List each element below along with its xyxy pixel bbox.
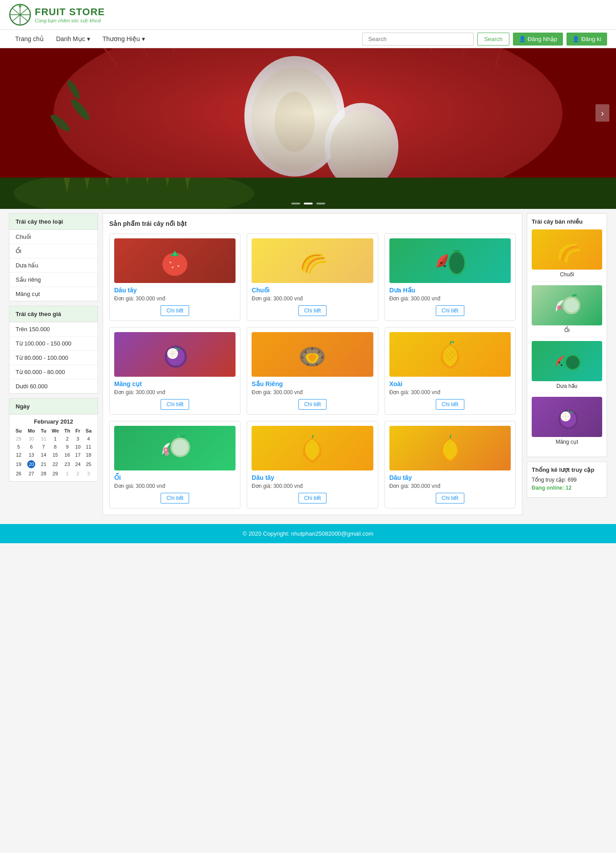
svg-point-59	[440, 262, 442, 264]
price-item-1[interactable]: Trên 150.000	[9, 322, 98, 337]
cal-day[interactable]: 3	[83, 470, 94, 478]
product-detail-btn-0[interactable]: Chi tiết	[161, 305, 189, 316]
cal-day[interactable]: 6	[25, 443, 38, 451]
svg-line-89	[312, 435, 313, 438]
carousel-dot-2[interactable]	[304, 203, 313, 204]
register-button[interactable]: 👤 Đăng kí	[566, 33, 607, 46]
cal-day[interactable]: 5	[13, 443, 25, 451]
price-item-2[interactable]: Từ 100.000 - 150.000	[9, 337, 98, 351]
carousel-next-button[interactable]: ›	[595, 104, 609, 122]
nav-search-area: Search 👤 Đăng Nhập 👤 Đăng kí	[362, 33, 607, 46]
cal-day[interactable]: 1	[62, 470, 73, 478]
cal-day[interactable]: 22	[49, 459, 62, 470]
cal-day[interactable]: 29	[13, 435, 25, 443]
cal-header-fr: Fr	[73, 427, 83, 435]
svg-point-5	[19, 5, 21, 8]
cal-day[interactable]: 21	[38, 459, 49, 470]
logo-title: FRUIT STORE	[35, 6, 105, 18]
cal-day[interactable]: 24	[73, 459, 83, 470]
nav-home[interactable]: Trang chủ	[9, 30, 50, 48]
svg-point-88	[165, 449, 167, 451]
cal-day[interactable]: 19	[13, 459, 25, 470]
cal-day[interactable]: 12	[13, 451, 25, 459]
product-detail-btn-8[interactable]: Chi tiết	[436, 493, 464, 503]
carousel-dot-1[interactable]	[291, 203, 300, 204]
product-name-1: Chuối	[252, 287, 373, 294]
cal-day[interactable]: 8	[49, 443, 62, 451]
cal-week-5: 26 27 28 29 1 2 3	[13, 470, 94, 478]
cal-day[interactable]: 16	[62, 451, 73, 459]
cal-day[interactable]: 9	[62, 443, 73, 451]
sidebar-item-sau-rieng[interactable]: Sầu riêng	[9, 273, 98, 287]
product-detail-btn-4[interactable]: Chi tiết	[298, 399, 327, 410]
svg-line-83	[450, 341, 451, 345]
nav-brand[interactable]: Thương Hiệu ▾	[96, 30, 151, 48]
product-price-4: Đơn giá: 300.000 vnđ	[252, 389, 373, 395]
product-price-8: Đơn giá: 300.000 vnđ	[389, 483, 511, 489]
product-detail-btn-3[interactable]: Chi tiết	[161, 399, 189, 410]
product-price-5: Đơn giá: 300.000 vnđ	[389, 389, 511, 395]
sidebar-item-mang-cut[interactable]: Măng cụt	[9, 287, 98, 301]
cal-day[interactable]: 30	[25, 435, 38, 443]
product-image-6	[114, 426, 236, 470]
svg-point-55	[172, 266, 174, 268]
calendar-section: Ngày February 2012 Su Mo Tu We Th Fr Sa	[9, 398, 98, 482]
logo-icon	[9, 4, 31, 26]
product-card-4: Sầu Riêng Đơn giá: 300.000 vnđ Chi tiết	[247, 327, 378, 415]
price-item-5[interactable]: Dưới 60.000	[9, 379, 98, 393]
cal-day[interactable]: 10	[73, 443, 83, 451]
svg-point-97	[561, 364, 562, 366]
cal-header-tu: Tu	[38, 427, 49, 435]
price-item-4[interactable]: Từ 60.000 - 80.000	[9, 365, 98, 379]
product-card-1: Chuối Đơn giá: 300.000 vnđ Chi tiết	[247, 233, 378, 321]
cal-day[interactable]: 28	[38, 470, 49, 478]
cal-day[interactable]: 26	[13, 470, 25, 478]
sidebar-item-oi[interactable]: Ổi	[9, 244, 98, 258]
cal-day[interactable]: 1	[49, 435, 62, 443]
price-item-3[interactable]: Từ 80.000 - 100.000	[9, 351, 98, 365]
rs-name-dua-hau: Dưa hấu	[532, 383, 602, 389]
cal-header-mo: Mo	[25, 427, 38, 435]
nav-category[interactable]: Danh Mục ▾	[50, 30, 96, 48]
cal-day[interactable]: 11	[83, 443, 94, 451]
product-detail-btn-2[interactable]: Chi tiết	[436, 305, 464, 316]
footer: © 2020 Copyright: nhutphan25082000@gmail…	[0, 524, 616, 543]
product-name-4: Sầu Riêng	[252, 380, 373, 387]
cal-day[interactable]: 25	[83, 459, 94, 470]
cal-day[interactable]: 3	[73, 435, 83, 443]
search-button[interactable]: Search	[477, 33, 509, 46]
cal-day[interactable]: 29	[49, 470, 62, 478]
cal-day[interactable]: 2	[62, 435, 73, 443]
login-button[interactable]: 👤 Đăng Nhập	[513, 33, 563, 46]
product-price-7: Đơn giá: 300.000 vnđ	[252, 483, 373, 489]
cal-day[interactable]: 23	[62, 459, 73, 470]
rs-item-dua-hau: Dưa hấu	[532, 341, 602, 393]
cal-day[interactable]: 15	[49, 451, 62, 459]
product-detail-btn-7[interactable]: Chi tiết	[298, 493, 327, 503]
product-card-0: Dâu tây Đơn giá: 300.000 vnđ Chi tiết	[109, 233, 240, 321]
carousel-dot-3[interactable]	[316, 203, 325, 204]
cal-day[interactable]: 27	[25, 470, 38, 478]
search-input[interactable]	[362, 33, 474, 46]
product-detail-btn-6[interactable]: Chi tiết	[161, 493, 189, 503]
cal-day[interactable]: 2	[73, 470, 83, 478]
cal-day[interactable]: 4	[83, 435, 94, 443]
cal-day[interactable]: 17	[73, 451, 83, 459]
logo-text: FRUIT STORE Cùng bạn chăm sóc sức khoẻ	[35, 6, 105, 24]
main-content: Trái cây theo loại Chuối Ổi Dưa hấu Sầu …	[0, 213, 616, 515]
sidebar-item-chuoi[interactable]: Chuối	[9, 230, 98, 244]
cal-day[interactable]: 18	[83, 451, 94, 459]
sidebar-item-dua-hau[interactable]: Dưa hấu	[9, 258, 98, 273]
product-card-7: Dâu tây Đơn giá: 300.000 vnđ Chi tiết	[247, 421, 378, 508]
carousel-dots	[291, 203, 325, 204]
cal-day[interactable]: 7	[38, 443, 49, 451]
banner: ›	[0, 48, 616, 209]
product-detail-btn-1[interactable]: Chi tiết	[298, 305, 327, 316]
product-detail-btn-5[interactable]: Chi tiết	[436, 399, 464, 410]
svg-point-87	[165, 451, 169, 456]
cal-day[interactable]: 13	[25, 451, 38, 459]
cal-day[interactable]: 31	[38, 435, 49, 443]
logo: FRUIT STORE Cùng bạn chăm sóc sức khoẻ	[9, 4, 105, 26]
cal-day[interactable]: 14	[38, 451, 49, 459]
cal-day-today[interactable]: 20	[25, 459, 38, 470]
